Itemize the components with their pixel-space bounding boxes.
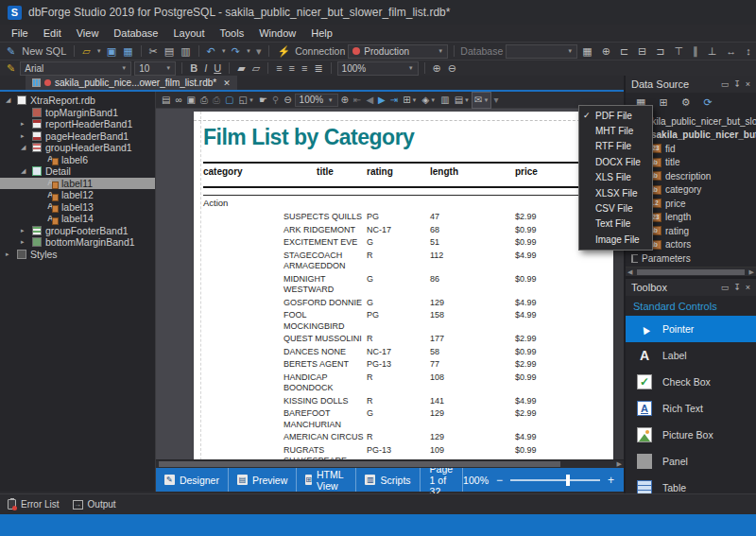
- previous-page-icon[interactable]: ◀▼: [364, 93, 375, 108]
- style-icon[interactable]: ✎: [5, 61, 17, 76]
- send-to-back-icon[interactable]: ▱: [250, 61, 262, 76]
- last-page-icon[interactable]: ⇥▼: [388, 93, 400, 108]
- export-menu-item[interactable]: CSV File: [579, 200, 652, 216]
- export-menu-item[interactable]: RTF File: [579, 139, 652, 154]
- search-icon[interactable]: ∞▼: [173, 93, 183, 108]
- zoom-out-button[interactable]: −: [496, 474, 503, 487]
- toolbox-item[interactable]: Table: [626, 475, 756, 493]
- expand-icon[interactable]: [21, 238, 28, 246]
- open-file-dropdown-icon[interactable]: ▼: [96, 48, 102, 54]
- send-email-icon[interactable]: ✉▼: [472, 93, 490, 108]
- center-in-form-icon[interactable]: ⊕: [600, 44, 612, 59]
- scrollbar-thumb[interactable]: [159, 461, 560, 467]
- scroll-left-icon[interactable]: ◀: [627, 268, 632, 276]
- document-map-icon[interactable]: ▤▼: [160, 93, 172, 108]
- export-menu-item[interactable]: PDF File: [579, 108, 652, 123]
- save-icon[interactable]: ▣▼: [185, 93, 198, 108]
- tree-item[interactable]: groupFooterBand1: [0, 225, 155, 237]
- menu-item[interactable]: View: [69, 26, 107, 40]
- expand-icon[interactable]: [21, 132, 28, 140]
- copy-icon[interactable]: ▤: [163, 44, 176, 59]
- menu-item[interactable]: Window: [251, 26, 303, 40]
- tree-item[interactable]: Detail: [0, 165, 155, 178]
- tree-item[interactable]: label14: [0, 213, 155, 225]
- align-text-left-icon[interactable]: ≡: [274, 61, 284, 76]
- quick-print-icon[interactable]: ⎙▼: [211, 93, 222, 108]
- export-menu-item[interactable]: Image File: [579, 232, 652, 247]
- first-page-icon[interactable]: ⇤▼: [352, 93, 363, 108]
- edit-query-icon[interactable]: ⊞: [657, 95, 669, 110]
- expand-icon[interactable]: [6, 251, 13, 258]
- preview-zoom-select[interactable]: 100% ▼: [295, 94, 338, 107]
- tree-item[interactable]: topMarginBand1: [0, 107, 155, 119]
- database-select[interactable]: ▼: [506, 44, 577, 59]
- zoom-select[interactable]: 100% ▼: [337, 61, 419, 76]
- tree-item[interactable]: pageHeaderBand1: [0, 130, 155, 143]
- expand-icon[interactable]: [21, 227, 28, 234]
- align-rights-icon[interactable]: ⊐: [654, 44, 666, 59]
- bring-to-front-icon[interactable]: ▰: [235, 61, 247, 76]
- zoom-slider-thumb[interactable]: [566, 475, 570, 486]
- page-color-icon[interactable]: ◈▼: [421, 93, 438, 108]
- open-file-icon[interactable]: ▱: [80, 44, 92, 59]
- zoom-out-icon[interactable]: ⊖: [446, 61, 458, 76]
- italic-button[interactable]: I: [202, 61, 209, 76]
- make-same-width-icon[interactable]: ↔: [724, 44, 738, 59]
- tree-item[interactable]: label12: [0, 189, 155, 201]
- view-tab[interactable]: ▤ Preview: [229, 468, 297, 492]
- font-name-select[interactable]: Arial ▼: [20, 61, 131, 76]
- paste-icon[interactable]: ▥: [179, 44, 192, 59]
- size-to-grid-icon[interactable]: ▦: [580, 44, 593, 59]
- toolbox-item[interactable]: Check Box: [626, 369, 756, 395]
- toolbox-item[interactable]: Pointer: [626, 316, 756, 342]
- expand-icon[interactable]: [21, 144, 28, 151]
- view-tab[interactable]: ▥ Scripts: [356, 468, 420, 492]
- tree-item[interactable]: groupHeaderBand1: [0, 142, 155, 154]
- toolbox-item[interactable]: Label: [626, 342, 756, 369]
- menu-item[interactable]: Tools: [212, 26, 251, 40]
- error-list-button[interactable]: Error List: [8, 499, 60, 510]
- make-same-height-icon[interactable]: ↕: [744, 44, 753, 59]
- align-middles-icon[interactable]: ∥: [691, 44, 700, 59]
- scrollbar-thumb[interactable]: [637, 269, 745, 275]
- tree-item[interactable]: label11: [0, 178, 155, 190]
- expand-icon[interactable]: [21, 120, 28, 128]
- scale-icon[interactable]: ◱▼: [237, 93, 256, 108]
- float-window-icon[interactable]: ▭: [721, 283, 730, 292]
- float-window-icon[interactable]: ▭: [721, 79, 730, 89]
- cut-icon[interactable]: ✂: [147, 44, 160, 59]
- redo-dropdown-icon[interactable]: ▼: [246, 48, 251, 54]
- font-size-select[interactable]: 10 ▼: [134, 61, 176, 76]
- menu-item[interactable]: File: [4, 26, 36, 40]
- export-menu-item[interactable]: XLSX File: [579, 185, 652, 200]
- new-sql-button[interactable]: New SQL: [20, 44, 68, 59]
- undo-icon[interactable]: ↶: [205, 44, 217, 59]
- view-tab[interactable]: ⊞ HTML View: [297, 468, 356, 492]
- tree-item[interactable]: bottomMarginBand1: [0, 236, 155, 249]
- tree-item[interactable]: label13: [0, 201, 155, 214]
- expand-icon[interactable]: [6, 96, 13, 104]
- bold-button[interactable]: B: [188, 61, 199, 76]
- toolbar-overflow-icon[interactable]: ▾: [254, 44, 264, 59]
- menu-item[interactable]: Database: [106, 26, 165, 40]
- close-panel-icon[interactable]: ×: [746, 79, 750, 89]
- toolbox-item[interactable]: Rich Text: [626, 395, 756, 422]
- export-menu-item[interactable]: MHT File: [579, 123, 652, 138]
- align-centers-icon[interactable]: ⊟: [636, 44, 648, 59]
- menu-item[interactable]: Help: [303, 26, 340, 40]
- expand-icon[interactable]: [21, 167, 28, 175]
- page-setup-icon[interactable]: ▢▼: [223, 93, 235, 108]
- configure-icon[interactable]: ⚙: [679, 95, 693, 110]
- scroll-right-icon[interactable]: ▶: [617, 460, 622, 468]
- export-document-icon[interactable]: ▤▼: [453, 93, 472, 108]
- export-menu-item[interactable]: Text File: [579, 216, 652, 232]
- pin-icon[interactable]: ↧: [733, 79, 741, 89]
- close-panel-icon[interactable]: ×: [746, 283, 750, 292]
- justify-text-icon[interactable]: ≣: [312, 61, 324, 76]
- menu-item[interactable]: Layout: [165, 26, 212, 40]
- scroll-right-icon[interactable]: ▶: [749, 268, 754, 276]
- toolbar-overflow-icon[interactable]: ▾▼: [491, 93, 500, 108]
- horizontal-scrollbar[interactable]: ▶: [156, 459, 624, 468]
- export-menu-item[interactable]: DOCX File: [579, 154, 652, 169]
- output-button[interactable]: → Output: [73, 499, 116, 510]
